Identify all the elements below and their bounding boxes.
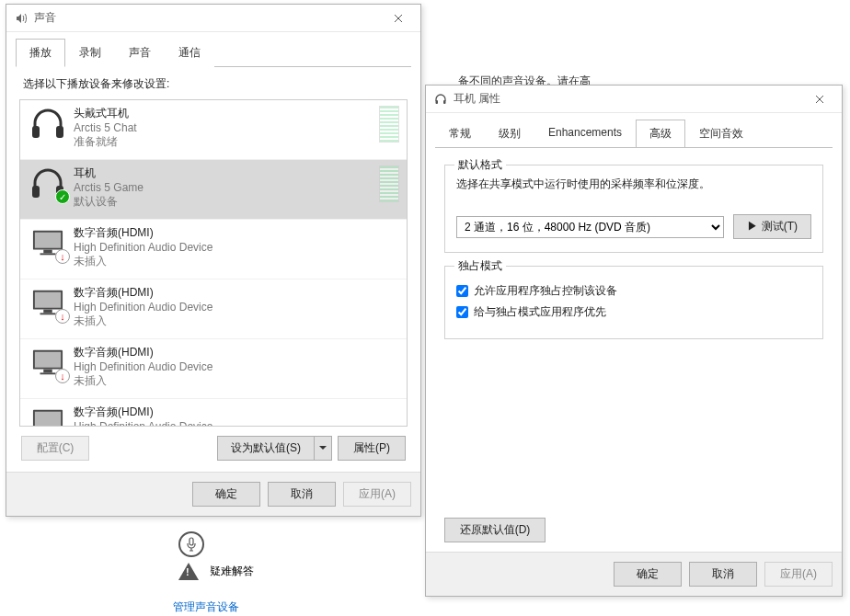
mic-icon [178,531,204,557]
props-footer: 确定 取消 应用(A) [426,552,842,596]
device-texts: 数字音频(HDMI)High Definition Audio Device未插… [74,285,399,329]
sound-footer: 确定 取消 应用(A) [6,472,420,516]
device-sub: High Definition Audio Device [74,420,399,427]
props-tab-1[interactable]: 级别 [485,120,534,148]
device-row[interactable]: ↓数字音频(HDMI)High Definition Audio Device未… [20,339,407,399]
sound-tab-3[interactable]: 通信 [165,39,214,67]
device-texts: 数字音频(HDMI)High Definition Audio Device未插… [74,345,399,389]
sound-titlebar: 声音 [6,5,420,32]
props-window: 耳机 属性 常规级别Enhancements高级空间音效 默认格式 选择在共享模… [425,85,843,597]
speaker-icon [14,11,29,26]
bg-mic-row [178,531,204,557]
checkbox-label: 给与独占模式应用程序优先 [474,304,606,320]
close-icon[interactable] [384,6,413,31]
device-texts: 耳机Arctis 5 Game默认设备 [74,165,375,210]
headphones-icon: ✓ [28,165,68,202]
sound-tabs: 播放录制声音通信 [6,32,420,66]
sound-tab-2[interactable]: 声音 [115,39,165,67]
props-tab-2[interactable]: Enhancements [534,120,636,148]
restore-defaults-button[interactable]: 还原默认值(D) [444,518,546,542]
format-row: 2 通道，16 位，48000 Hz (DVD 音质) ▶ 测试(T) [456,214,811,239]
headphones-icon [28,106,68,143]
props-tab-body: 默认格式 选择在共享模式中运行时使用的采样频率和位深度。 2 通道，16 位，4… [435,147,833,552]
warning-icon [178,563,199,580]
device-status: 准备就绪 [74,134,375,150]
set-default-split-button[interactable]: 设为默认值(S) [217,436,332,461]
set-default-button[interactable]: 设为默认值(S) [217,436,314,461]
device-name: 数字音频(HDMI) [74,345,399,360]
monitor-icon: ↓ [28,225,68,262]
manage-sound-link[interactable]: 管理声音设备 [173,599,239,615]
device-name: 数字音频(HDMI) [74,285,399,301]
default-format-desc: 选择在共享模式中运行时使用的采样频率和位深度。 [456,177,811,192]
apply-button[interactable]: 应用(A) [343,482,411,507]
level-meter [379,165,399,202]
device-row[interactable]: ✓耳机Arctis 5 Game默认设备 [20,160,407,220]
monitor-icon [28,405,68,427]
monitor-icon: ↓ [28,285,68,322]
cancel-button[interactable]: 取消 [689,562,757,587]
instruction-text: 选择以下播放设备来修改设置: [19,76,408,99]
device-status: 未插入 [74,314,399,329]
sound-tab-0[interactable]: 播放 [16,39,65,67]
ok-button[interactable]: 确定 [192,482,260,507]
props-titlebar: 耳机 属性 [426,86,842,113]
device-row[interactable]: 数字音频(HDMI)High Definition Audio Device [20,399,407,427]
checkbox-input[interactable] [456,285,468,297]
props-tabs: 常规级别Enhancements高级空间音效 [426,113,842,147]
sound-window: 声音 播放录制声音通信 选择以下播放设备来修改设置: 头戴式耳机Arctis 5… [6,4,421,517]
device-texts: 数字音频(HDMI)High Definition Audio Device未插… [74,225,399,269]
checkbox-label: 允许应用程序独占控制该设备 [474,283,617,299]
sound-title: 声音 [34,10,384,26]
device-row[interactable]: ↓数字音频(HDMI)High Definition Audio Device未… [20,279,407,339]
monitor-icon: ↓ [28,345,68,382]
chevron-down-icon[interactable] [314,436,332,461]
device-name: 数字音频(HDMI) [74,405,399,420]
configure-button[interactable]: 配置(C) [21,436,89,461]
unplugged-badge-icon: ↓ [55,249,70,264]
exclusive-priority-checkbox[interactable]: 给与独占模式应用程序优先 [456,304,811,320]
device-sub: High Definition Audio Device [74,241,399,254]
unplugged-badge-icon: ↓ [55,309,70,324]
troubleshoot-row[interactable]: 疑难解答 [178,563,254,580]
device-row[interactable]: 头戴式耳机Arctis 5 Chat准备就绪 [20,100,407,160]
sound-tab-body: 选择以下播放设备来修改设置: 头戴式耳机Arctis 5 Chat准备就绪✓耳机… [16,66,411,472]
device-status: 未插入 [74,254,399,269]
device-texts: 头戴式耳机Arctis 5 Chat准备就绪 [74,106,375,150]
default-format-group: 默认格式 选择在共享模式中运行时使用的采样频率和位深度。 2 通道，16 位，4… [444,165,823,253]
device-list[interactable]: 头戴式耳机Arctis 5 Chat准备就绪✓耳机Arctis 5 Game默认… [19,99,408,427]
troubleshoot-label: 疑难解答 [210,564,254,579]
exclusive-mode-group: 独占模式 允许应用程序独占控制该设备 给与独占模式应用程序优先 [444,266,823,339]
exclusive-mode-title: 独占模式 [454,258,506,274]
default-format-title: 默认格式 [454,157,506,173]
svg-rect-2 [443,100,446,104]
props-tab-4[interactable]: 空间音效 [685,120,757,148]
props-tab-0[interactable]: 常规 [435,120,485,148]
test-button[interactable]: ▶ 测试(T) [733,214,811,239]
checkbox-input[interactable] [456,306,468,318]
device-status: 未插入 [74,373,399,389]
device-sub: Arctis 5 Game [74,181,375,194]
unplugged-badge-icon: ↓ [55,369,70,383]
device-name: 耳机 [74,165,375,181]
format-select[interactable]: 2 通道，16 位，48000 Hz (DVD 音质) [456,216,724,238]
device-buttons-row: 配置(C) 设为默认值(S) 属性(P) [19,427,408,468]
props-tab-3[interactable]: 高级 [636,120,685,148]
close-icon[interactable] [805,86,834,112]
check-badge-icon: ✓ [55,189,70,204]
properties-button[interactable]: 属性(P) [338,436,406,461]
allow-exclusive-checkbox[interactable]: 允许应用程序独占控制该设备 [456,283,811,299]
device-name: 数字音频(HDMI) [74,225,399,241]
sound-tab-1[interactable]: 录制 [65,39,115,67]
headphones-icon [433,92,448,107]
apply-button[interactable]: 应用(A) [764,562,833,587]
device-sub: High Definition Audio Device [74,360,399,373]
device-name: 头戴式耳机 [74,106,375,121]
cancel-button[interactable]: 取消 [268,482,336,507]
device-texts: 数字音频(HDMI)High Definition Audio Device [74,405,399,427]
svg-rect-0 [190,538,193,545]
device-sub: High Definition Audio Device [74,301,399,314]
device-row[interactable]: ↓数字音频(HDMI)High Definition Audio Device未… [20,220,407,279]
props-title: 耳机 属性 [454,91,805,107]
ok-button[interactable]: 确定 [614,562,682,587]
